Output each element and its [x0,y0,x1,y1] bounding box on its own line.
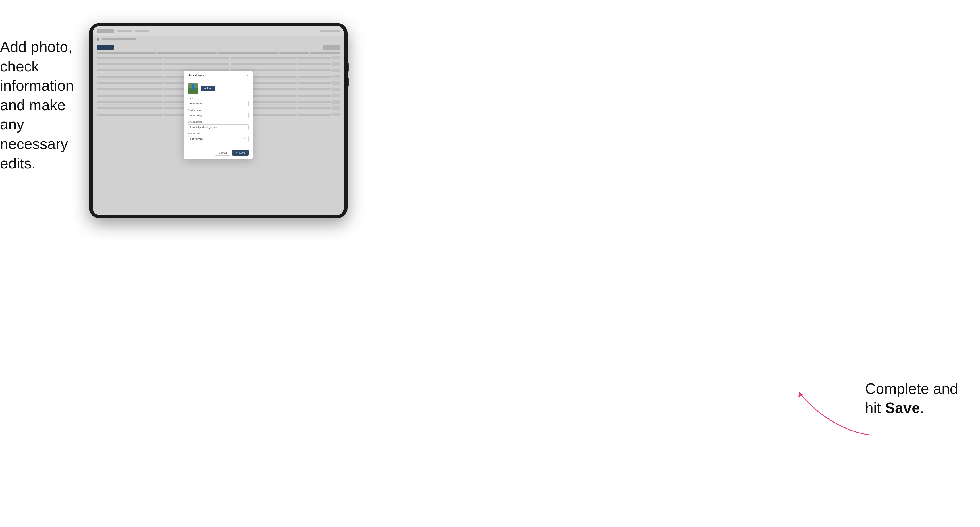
svg-marker-1 [799,392,803,397]
name-label: Name [188,97,249,100]
modal-footer: Cancel ⬆ Save [184,148,253,159]
name-field-group: Name [188,97,249,106]
arrow-right [791,384,877,441]
tablet-device: User details × Upload Name [89,23,348,218]
upload-button[interactable]: Upload [201,86,215,91]
name-input[interactable] [188,101,249,106]
app-background: User details × Upload Name [93,26,344,215]
annotation-left: Add photo, check information and make an… [0,37,92,173]
display-name-field-group: Display name [188,109,249,118]
modal-title: User details [188,74,204,77]
school-year-clear-icon[interactable]: × [243,138,245,140]
school-year-input[interactable] [188,136,249,142]
email-field-group: Email address [188,121,249,130]
save-button[interactable]: ⬆ Save [232,150,249,156]
annotation-right: Complete and hit Save. [865,379,963,418]
school-year-field-group: School Year × ⌄ [188,132,249,142]
close-button[interactable]: × [247,74,249,77]
school-year-label: School Year [188,132,249,135]
tablet-screen: User details × Upload Name [93,26,344,215]
modal-body: Upload Name Display name [184,80,253,148]
display-name-label: Display name [188,109,249,111]
save-icon: ⬆ [236,151,238,154]
email-label: Email address [188,121,249,123]
school-year-controls: × ⌄ [243,136,249,142]
email-input[interactable] [188,124,249,130]
tablet-button-top [348,63,349,72]
tablet-button-mid [348,78,349,86]
modal-overlay: User details × Upload Name [93,26,344,215]
cancel-button[interactable]: Cancel [215,150,230,156]
school-year-wrapper: × ⌄ [188,136,249,142]
photo-section: Upload [188,83,249,94]
school-year-dropdown-icon[interactable]: ⌄ [246,138,248,140]
modal-header: User details × [184,71,253,80]
save-label: Save [239,151,245,154]
photo-thumbnail [188,83,198,94]
user-details-modal: User details × Upload Name [184,71,253,159]
display-name-input[interactable] [188,113,249,118]
